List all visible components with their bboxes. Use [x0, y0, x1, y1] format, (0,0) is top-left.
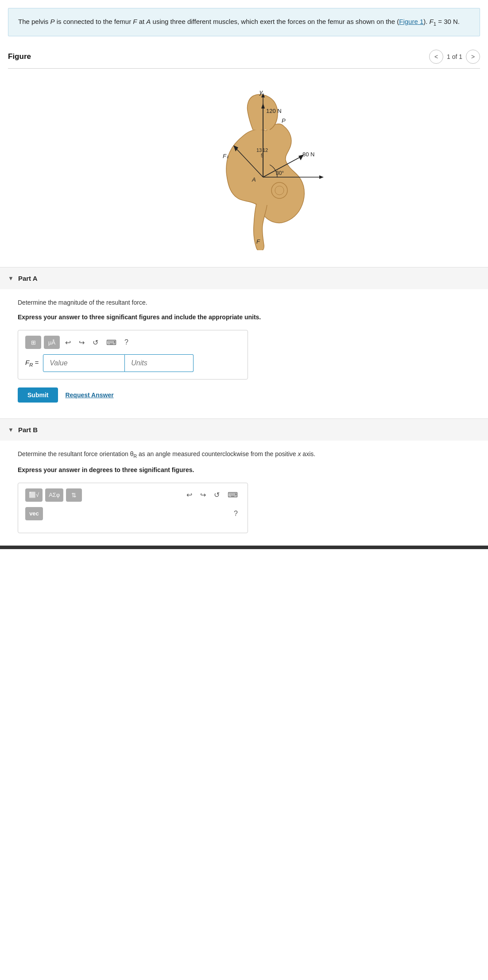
part-b-chevron: ▼: [8, 426, 14, 433]
svg-text:y: y: [259, 89, 263, 96]
part-b-section: ▼ Part B Determine the resultant force o…: [0, 418, 488, 546]
figure-title: Figure: [8, 52, 31, 61]
vec-button[interactable]: vec: [25, 507, 43, 520]
part-a-instruction: Express your answer to three significant…: [18, 313, 470, 322]
value-input[interactable]: [43, 354, 125, 372]
svg-marker-6: [319, 175, 324, 179]
mu-icon: μÅ: [48, 339, 55, 346]
part-a-header[interactable]: ▼ Part A: [0, 267, 488, 289]
figure-diagram: y x A 120 N P 80 N F: [164, 82, 324, 250]
request-answer-button[interactable]: Request Answer: [65, 391, 113, 399]
svg-text:30°: 30°: [276, 170, 284, 176]
svg-text:120 N: 120 N: [266, 108, 282, 114]
part-a-input-row: FR =: [25, 354, 240, 372]
mu-button[interactable]: μÅ: [44, 336, 60, 349]
refresh-button[interactable]: ↺: [90, 337, 101, 349]
help-button[interactable]: ?: [122, 337, 131, 348]
part-a-chevron: ▼: [8, 275, 14, 282]
redo-button[interactable]: ↪: [76, 337, 87, 349]
part-a-actions: Submit Request Answer: [18, 387, 470, 403]
part-b-keyboard-button[interactable]: ⌨: [225, 489, 240, 501]
sort-button[interactable]: ⇅: [66, 488, 82, 502]
figure-next-button[interactable]: >: [466, 50, 480, 64]
figure-section: Figure < 1 of 1 >: [8, 50, 480, 263]
part-b-redo-button[interactable]: ↪: [198, 489, 209, 501]
part-a-label: Part A: [18, 275, 38, 282]
part-a-toolbar: ⊞ μÅ ↩ ↪ ↺ ⌨ ?: [25, 336, 240, 349]
part-a-answer-box: ⊞ μÅ ↩ ↪ ↺ ⌨ ? FR =: [18, 330, 248, 380]
svg-text:P: P: [282, 117, 286, 124]
problem-statement: The pelvis P is connected to the femur F…: [8, 8, 480, 36]
sigma-phi-button[interactable]: ΑΣφ: [45, 488, 63, 502]
part-b-instruction: Express your answer in degrees to three …: [18, 465, 470, 475]
figure-header: Figure < 1 of 1 >: [8, 50, 480, 69]
part-b-help-button[interactable]: ?: [231, 508, 240, 519]
part-b-toolbar-row1: ⬜√ ΑΣφ ⇅ ↩ ↪ ↺ ⌨: [25, 488, 240, 502]
part-b-content: Determine the resultant force orientatio…: [0, 441, 488, 546]
progress-bar: [0, 546, 488, 549]
svg-text:12: 12: [263, 147, 268, 153]
svg-text:F: F: [256, 238, 260, 245]
part-b-toolbar-row2: vec ?: [25, 507, 240, 520]
undo-button[interactable]: ↩: [62, 337, 74, 349]
part-a-description: Determine the magnitude of the resultant…: [18, 298, 470, 307]
svg-text:13: 13: [256, 147, 262, 153]
svg-text:5: 5: [261, 153, 263, 158]
figure-link[interactable]: Figure 1: [399, 18, 423, 25]
part-b-label: Part B: [18, 426, 38, 434]
svg-text:A: A: [252, 176, 256, 183]
part-a-section: ▼ Part A Determine the magnitude of the …: [0, 267, 488, 415]
part-b-undo-button[interactable]: ↩: [184, 489, 195, 501]
part-b-description: Determine the resultant force orientatio…: [18, 449, 470, 460]
svg-text:80 N: 80 N: [302, 151, 314, 158]
svg-text:F₁: F₁: [223, 153, 229, 159]
sort-icon: ⇅: [71, 492, 77, 499]
keyboard-button[interactable]: ⌨: [104, 337, 119, 349]
figure-prev-button[interactable]: <: [429, 50, 443, 64]
part-a-content: Determine the magnitude of the resultant…: [0, 289, 488, 415]
svg-point-0: [271, 182, 287, 198]
problem-text: The pelvis P is connected to the femur F…: [18, 18, 460, 25]
part-b-refresh-button[interactable]: ↺: [211, 489, 222, 501]
units-input[interactable]: [125, 354, 194, 372]
figure-count: 1 of 1: [447, 53, 462, 60]
part-b-answer-box: ⬜√ ΑΣφ ⇅ ↩ ↪ ↺ ⌨ vec ?: [18, 483, 248, 533]
matrix-sqrt-icon: ⬜√: [29, 492, 39, 498]
vec-label: vec: [29, 510, 39, 517]
figure-image-area: y x A 120 N P 80 N F: [8, 69, 480, 263]
part-b-header[interactable]: ▼ Part B: [0, 419, 488, 441]
matrix-button[interactable]: ⊞: [25, 336, 41, 349]
matrix-icon: ⊞: [31, 339, 36, 346]
figure-nav: < 1 of 1 >: [429, 50, 480, 64]
fr-label: FR =: [25, 359, 39, 368]
sigma-phi-icon: ΑΣφ: [49, 492, 60, 498]
matrix-sqrt-button[interactable]: ⬜√: [25, 488, 43, 502]
submit-button[interactable]: Submit: [18, 387, 58, 403]
